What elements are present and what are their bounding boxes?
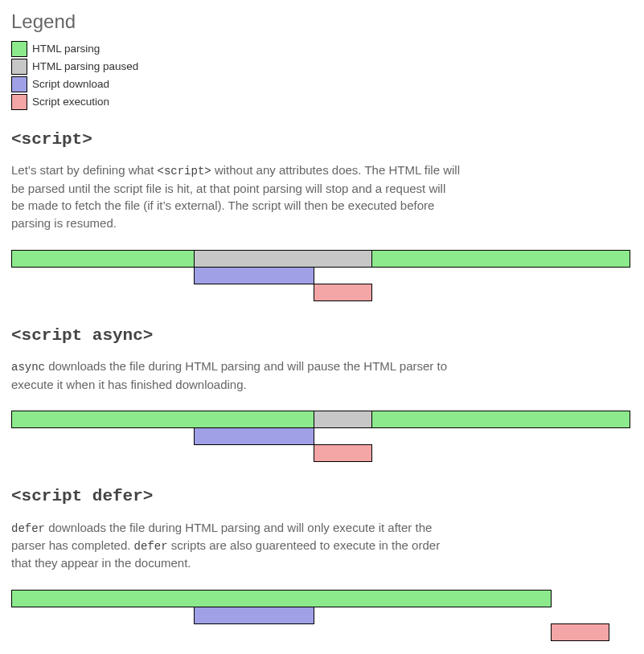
bar-parse bbox=[371, 411, 630, 428]
legend-label: HTML parsing bbox=[32, 41, 100, 57]
section-body-defer: defer downloads the file during HTML par… bbox=[11, 519, 461, 572]
inline-code: <script> bbox=[158, 165, 211, 178]
bar-download bbox=[194, 267, 314, 284]
legend-label: Script execution bbox=[32, 94, 109, 110]
swatch-exec bbox=[11, 94, 27, 110]
timeline-plain bbox=[11, 250, 630, 306]
swatch-parse bbox=[11, 41, 27, 57]
legend-item: HTML parsing bbox=[11, 41, 633, 57]
section-title-async: <script async> bbox=[11, 324, 633, 348]
section-title-defer: <script defer> bbox=[11, 484, 633, 509]
legend: HTML parsing HTML parsing paused Script … bbox=[11, 41, 633, 110]
timeline-defer bbox=[11, 590, 630, 646]
legend-item: HTML parsing paused bbox=[11, 59, 633, 75]
bar-parse bbox=[11, 590, 552, 607]
bar-exec bbox=[551, 623, 609, 641]
bar-download bbox=[194, 427, 314, 445]
bar-download bbox=[194, 607, 314, 624]
inline-code: defer bbox=[134, 540, 168, 553]
timeline-async bbox=[11, 411, 630, 467]
bar-parse bbox=[371, 250, 630, 268]
section-title-plain: <script> bbox=[11, 128, 633, 152]
bar-parse bbox=[11, 411, 314, 428]
legend-label: Script download bbox=[32, 76, 109, 92]
body-text: Let’s start by defining what bbox=[11, 163, 158, 177]
section-body-plain: Let’s start by defining what <script> wi… bbox=[11, 161, 461, 232]
inline-code: async bbox=[11, 361, 45, 374]
legend-item: Script execution bbox=[11, 94, 633, 110]
bar-paused bbox=[194, 250, 372, 268]
inline-code: defer bbox=[11, 522, 45, 535]
bar-exec bbox=[314, 284, 372, 301]
legend-item: Script download bbox=[11, 76, 633, 92]
swatch-download bbox=[11, 76, 27, 92]
bar-exec bbox=[314, 444, 372, 462]
section-body-async: async downloads the file during HTML par… bbox=[11, 358, 461, 393]
swatch-paused bbox=[11, 59, 27, 75]
legend-label: HTML parsing paused bbox=[32, 59, 138, 75]
bar-parse bbox=[11, 250, 195, 268]
legend-title: Legend bbox=[11, 8, 633, 36]
bar-paused bbox=[314, 411, 372, 428]
body-text: downloads the file during HTML parsing a… bbox=[11, 359, 447, 390]
